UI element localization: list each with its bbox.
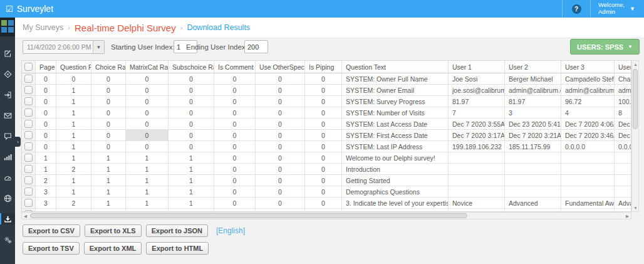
grid-cell[interactable]: 0 [126,107,169,119]
grid-cell[interactable]: 185.11.175.99 [505,141,561,152]
grid-cell[interactable] [505,164,561,175]
grid-cell[interactable]: 0 [126,73,169,85]
column-header[interactable]: Question Text [342,61,449,73]
grid-cell[interactable]: 1 [126,186,169,198]
grid-cell[interactable] [449,152,505,164]
grid-cell[interactable]: Charlto [615,73,631,85]
column-header[interactable]: Is Comment [214,61,256,73]
column-header[interactable]: User 4 [615,61,631,73]
grid-cell[interactable]: 0 [91,119,126,130]
column-header[interactable]: Choice Rank [91,61,126,73]
grid-cell[interactable]: 0 [214,130,256,141]
row-checkbox[interactable] [24,199,33,207]
sidebar-item-gears[interactable] [0,234,15,245]
grid-cell[interactable]: Dec 7 2020 3:21AM [505,130,561,141]
grid-cell[interactable]: 0 [169,107,214,119]
grid-cell[interactable]: Dec 7 2020 4:06AM [561,119,615,130]
sidebar-item-envelope[interactable] [0,110,15,121]
grid-cell[interactable]: 1 [56,152,91,164]
grid-cell[interactable] [505,175,561,186]
grid-cell[interactable]: 0 [91,85,126,96]
grid-cell[interactable]: 0 [256,119,305,130]
grid-cell[interactable]: 0 [91,96,126,107]
sidebar-item-gauge[interactable] [0,172,15,183]
grid-cell[interactable] [449,164,505,175]
grid-cell[interactable]: Dec 7 2020 3:46AM [561,130,615,141]
grid-cell[interactable]: admin@calibrum.com [505,85,561,96]
grid-cell[interactable]: joe.sosi@calibrum.com [449,85,505,96]
grid-cell[interactable]: Joe Sosi [449,73,505,85]
grid-cell[interactable]: 0 [305,107,342,119]
grid-cell[interactable]: 0 [126,141,169,152]
grid-cell[interactable]: 3. Indicate the level of your expertise [342,198,449,209]
grid-cell[interactable]: 0 [36,85,56,96]
grid-cell[interactable]: 0 [36,107,56,119]
language-link[interactable]: [English] [216,226,245,235]
grid-cell[interactable]: Dec 7 2020 3:17AM [449,130,505,141]
grid-cell[interactable]: 1 [56,119,91,130]
grid-cell[interactable]: 0 [36,119,56,130]
row-checkbox[interactable] [24,86,33,94]
users-spss-dropdown-button[interactable]: USERS: SPSS ▼ [570,39,640,55]
grid-cell[interactable]: 0 [305,152,342,164]
grid-cell[interactable]: 2 [56,164,91,175]
export-to-tsv-button[interactable]: Export to TSV [23,242,80,255]
vertical-scrollbar[interactable]: ▲ ▼ [631,60,639,212]
sidebar-item-download[interactable] [0,213,15,224]
grid-cell[interactable]: 0 [169,96,214,107]
grid-cell[interactable]: SYSTEM: Owner Email [342,85,449,96]
grid-cell[interactable]: 1 [126,152,169,164]
grid-cell[interactable]: 0 [305,175,342,186]
sidebar-item-edit[interactable] [0,48,15,59]
export-to-json-button[interactable]: Export to JSON [146,224,208,237]
grid-cell[interactable]: 1 [169,186,214,198]
grid-cell[interactable]: 0 [256,164,305,175]
grid-cell[interactable]: 3 [36,198,56,209]
sidebar-item-globe[interactable] [0,193,15,204]
grid-cell[interactable]: Demographics Questions [342,186,449,198]
grid-cell[interactable]: 8 [615,107,631,119]
grid-cell[interactable] [449,175,505,186]
grid-cell[interactable] [561,164,615,175]
grid-cell[interactable]: 1 [56,85,91,96]
grid-cell[interactable]: 1 [91,164,126,175]
row-checkbox[interactable] [24,120,33,128]
grid-cell[interactable]: 1 [126,175,169,186]
column-header[interactable]: Question Rank [56,61,91,73]
grid-cell[interactable]: 0 [214,119,256,130]
row-checkbox[interactable] [24,97,33,105]
grid-cell[interactable]: 0 [305,164,342,175]
grid-cell[interactable]: SYSTEM: Survey Progress [342,96,449,107]
column-header[interactable]: MatrixCat Rank [126,61,169,73]
grid-cell[interactable]: SYSTEM: Last IP Address [342,141,449,152]
grid-cell[interactable] [561,186,615,198]
grid-cell[interactable]: 0 [256,186,305,198]
horizontal-scrollbar[interactable]: ◀ ▶ [21,212,631,219]
grid-cell[interactable]: 1 [126,164,169,175]
grid-cell[interactable]: 0 [256,141,305,152]
grid-cell[interactable]: 1 [91,186,126,198]
grid-cell[interactable]: 1 [56,130,91,141]
grid-cell[interactable]: 0 [214,164,256,175]
grid-cell[interactable]: 1 [91,152,126,164]
grid-cell[interactable]: 1 [169,175,214,186]
column-header[interactable]: User 3 [561,61,615,73]
grid-cell[interactable]: 0 [305,198,342,209]
grid-cell[interactable] [561,152,615,164]
vertical-scroll-thumb[interactable] [633,69,638,129]
grid-cell[interactable]: Dec 7 [615,130,631,141]
row-checkbox[interactable] [24,108,33,117]
grid-cell[interactable]: Novice [449,198,505,209]
grid-cell[interactable]: 0 [305,130,342,141]
sidebar-item-diamond[interactable] [0,68,15,80]
grid-cell[interactable]: 4 [561,107,615,119]
grid-cell[interactable]: 1 [169,164,214,175]
grid-cell[interactable]: 0.0.0. [615,141,631,152]
export-to-xml-button[interactable]: Export to XML [84,242,142,255]
grid-cell[interactable]: Advanc [615,198,631,209]
grid-cell[interactable]: 0 [305,85,342,96]
grid-cell[interactable]: Welcome to our Delphi survey! [342,152,449,164]
grid-cell[interactable]: admin [615,85,631,96]
grid-cell[interactable]: 81.97 [449,96,505,107]
select-all-checkbox[interactable] [24,63,33,71]
